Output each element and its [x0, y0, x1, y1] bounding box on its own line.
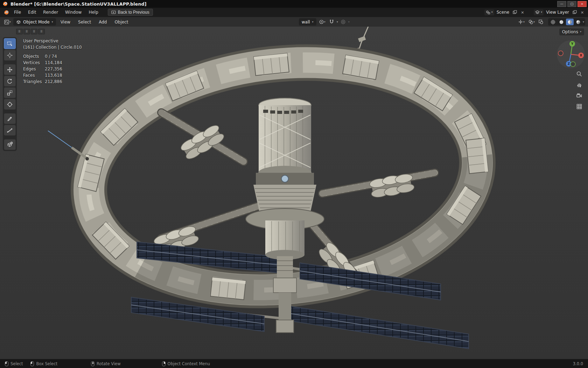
mini-toggle-2-grid-icon[interactable]: ⠿ — [23, 29, 30, 34]
options-label: Options — [562, 29, 578, 34]
window-controls: — □ × — [557, 1, 587, 7]
top-menubar: File Edit Render Window Help Back to Pre… — [0, 8, 588, 17]
mode-dropdown[interactable]: Object Mode ▾ — [13, 18, 56, 26]
remove-view-layer-button[interactable]: × — [579, 9, 585, 15]
tool-annotate[interactable] — [4, 113, 16, 124]
menu-object[interactable]: Object — [111, 19, 131, 26]
view-layer-icon — [535, 10, 540, 15]
window-maximize-button[interactable]: □ — [567, 1, 576, 7]
hint-box-select: Box Select — [30, 361, 57, 366]
blender-version: 3.0.0 — [573, 361, 583, 366]
hint-rotate-view-label: Rotate View — [97, 361, 121, 366]
proportional-editing-toggle[interactable] — [340, 18, 347, 26]
stat-edges: Edges 227,356 — [23, 66, 82, 72]
view-layer-browse-caret: ▾ — [541, 11, 542, 14]
snap-toggle-button[interactable] — [328, 18, 335, 26]
view-perspective-label: User Perspective — [23, 38, 82, 44]
tool-add-cube[interactable] — [4, 139, 16, 150]
viewport: ⠿ ⠿ ⠿ ⠿ Options ▾ User Perspective (161)… — [0, 27, 588, 359]
mode-dropdown-caret: ▾ — [52, 21, 53, 23]
show-gizmo-toggle[interactable]: ▾ — [517, 18, 526, 26]
menu-view[interactable]: View — [57, 19, 74, 26]
blender-window: Blender* [G:\Blender\Space.StationUV3ALL… — [0, 0, 588, 368]
viewport-header: ▾ Object Mode ▾ View Select Add Object w… — [0, 17, 588, 27]
mini-toggle-1-grid-icon[interactable]: ⠿ — [16, 29, 23, 34]
hint-select: Select — [5, 361, 23, 366]
back-icon — [111, 11, 116, 14]
viewport-3d-canvas[interactable] — [0, 27, 588, 359]
menu-render[interactable]: Render — [40, 9, 61, 16]
shading-wireframe-button[interactable] — [549, 19, 557, 25]
tool-cursor[interactable] — [4, 50, 16, 61]
tool-transform[interactable] — [4, 99, 16, 110]
hint-context-menu: Object Context Menu — [162, 361, 210, 366]
stat-objects: Objects 0 / 74 — [23, 53, 82, 60]
mini-toggle-3-grid-icon[interactable]: ⠿ — [31, 29, 37, 34]
object-mode-icon — [16, 20, 21, 25]
hint-rotate-view: Rotate View — [91, 361, 121, 366]
back-to-previous-label: Back to Previous — [118, 10, 149, 15]
menu-edit[interactable]: Edit — [25, 9, 39, 16]
editor-type-button[interactable]: ▾ — [3, 18, 12, 26]
scene-viewlayer-area: ▾ Scene × ▾ View Layer × — [484, 9, 585, 15]
titlebar: Blender* [G:\Blender\Space.StationUV3ALL… — [0, 0, 588, 8]
view-layer-name[interactable]: View Layer — [545, 10, 570, 15]
xray-toggle[interactable] — [537, 18, 545, 26]
scene-icon — [486, 10, 490, 15]
tool-select-box[interactable] — [4, 38, 16, 49]
tool-measure[interactable] — [4, 125, 16, 136]
pivot-point-dropdown[interactable]: ▾ — [318, 18, 327, 26]
left-mouse-drag-icon — [30, 361, 34, 366]
transform-orientation-label: wall — [302, 20, 310, 25]
navigation-gizmo[interactable]: Y X Z — [556, 40, 586, 69]
tool-rotate[interactable] — [4, 76, 16, 87]
proportional-editing-caret[interactable]: ▾ — [348, 21, 350, 23]
shading-material-preview-button[interactable] — [566, 19, 574, 25]
mini-toggle-4-grid-icon[interactable]: ⠿ — [38, 29, 45, 34]
window-close-button[interactable]: × — [578, 1, 587, 7]
transform-orientation-dropdown[interactable]: wall ▾ — [299, 18, 316, 26]
shading-dropdown-caret[interactable]: ▾ — [583, 21, 584, 23]
show-gizmo-caret: ▾ — [523, 21, 525, 23]
stat-triangles: Triangles 212,886 — [23, 79, 82, 85]
menu-file[interactable]: File — [11, 9, 24, 16]
tool-shelf — [3, 37, 17, 151]
left-mouse-icon — [5, 361, 8, 366]
camera-view-icon[interactable] — [575, 92, 583, 100]
scene-browse-button[interactable]: ▾ — [484, 9, 494, 15]
hint-box-select-label: Box Select — [36, 361, 57, 366]
unlink-scene-button[interactable]: × — [519, 9, 525, 15]
menu-window[interactable]: Window — [62, 9, 85, 16]
stat-vertices: Vertices 114,184 — [23, 60, 82, 66]
shading-rendered-button[interactable] — [574, 19, 582, 25]
options-button[interactable]: Options ▾ — [559, 28, 584, 35]
shading-solid-button[interactable] — [558, 19, 565, 25]
options-caret: ▾ — [580, 30, 581, 33]
stat-faces: Faces 113,618 — [23, 72, 82, 79]
perspective-toggle-icon[interactable] — [575, 103, 583, 110]
tool-move[interactable] — [4, 64, 16, 75]
editor-type-caret: ▾ — [9, 21, 11, 23]
new-scene-button[interactable] — [512, 9, 518, 15]
show-overlays-toggle[interactable]: ▾ — [527, 18, 536, 26]
back-to-previous-button[interactable]: Back to Previous — [108, 9, 153, 16]
svg-text:X: X — [580, 54, 582, 57]
snap-dropdown-caret[interactable]: ▾ — [337, 21, 338, 23]
scene-name[interactable]: Scene — [496, 10, 510, 15]
right-mouse-icon — [162, 361, 166, 366]
window-minimize-button[interactable]: — — [557, 1, 566, 7]
view-layer-browse-button[interactable]: ▾ — [534, 9, 544, 15]
zoom-icon[interactable] — [575, 70, 583, 78]
hint-context-menu-label: Object Context Menu — [168, 361, 210, 366]
menu-add[interactable]: Add — [96, 19, 110, 26]
tool-scale[interactable] — [4, 87, 16, 98]
new-view-layer-button[interactable] — [572, 9, 578, 15]
menu-help[interactable]: Help — [85, 9, 101, 16]
mode-dropdown-label: Object Mode — [23, 20, 50, 25]
pan-hand-icon[interactable] — [575, 81, 583, 89]
viewport-mini-toolbar: ⠿ ⠿ ⠿ ⠿ — [16, 29, 45, 34]
svg-text:Y: Y — [571, 42, 574, 46]
menu-select[interactable]: Select — [75, 19, 94, 26]
blender-app-menu-icon[interactable] — [3, 9, 10, 16]
transform-orientation-caret: ▾ — [312, 21, 314, 23]
